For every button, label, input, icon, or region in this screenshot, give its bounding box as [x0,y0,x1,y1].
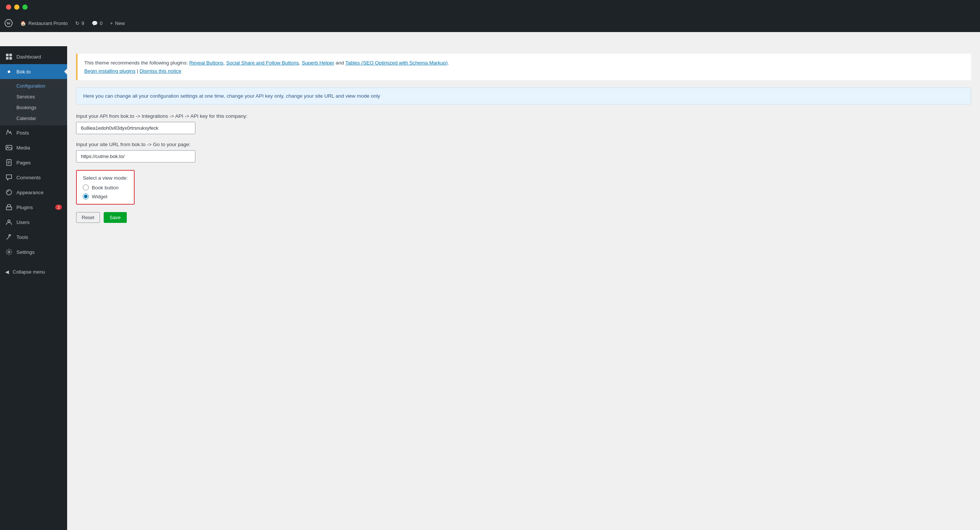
collapse-label: Collapse menu [13,269,45,275]
widget-label: Widget [92,194,107,199]
bokto-icon: ● [5,68,13,75]
sidebar-item-posts[interactable]: Posts [0,125,67,140]
svg-point-12 [6,190,11,195]
social-share-link[interactable]: Social Share and Follow Buttons [226,60,299,66]
updates-icon: ↻ [75,21,80,26]
layout: Dashboard ● Bok.to Configuration Service… [0,46,980,530]
appearance-icon [5,189,13,196]
plus-icon: + [110,21,113,26]
api-key-input[interactable] [76,122,196,134]
submenu-item-configuration[interactable]: Configuration [0,81,67,91]
svg-rect-2 [6,54,9,56]
sidebar-item-label: Dashboard [16,54,41,60]
begin-installing-link[interactable]: Begin installing plugins [84,68,135,74]
comments-count: 0 [100,21,103,26]
api-key-section: Input your API from bok.to -> Integratio… [76,113,971,134]
wordpress-icon: W [5,19,13,27]
traffic-lights [6,5,28,10]
book-button-radio[interactable] [83,184,89,190]
sidebar-item-label: Posts [16,130,29,136]
titlebar [0,0,980,14]
book-button-label: Book button [92,185,119,190]
info-text: Here you can change all your configurati… [83,93,380,99]
updates-item[interactable]: ↻ 9 [75,21,84,26]
comments-sidebar-icon [5,174,13,181]
plugin-notice: This theme recommends the following plug… [76,54,971,80]
new-item[interactable]: + New [110,21,125,26]
sidebar-item-label: Pages [16,160,30,165]
sidebar-item-users[interactable]: Users [0,215,67,230]
info-box: Here you can change all your configurati… [76,87,971,104]
main-content: This theme recommends the following plug… [67,46,980,530]
pages-icon [5,159,13,166]
sidebar-item-label: Comments [16,175,41,180]
sidebar-submenu: Configuration Services Bookings Calendar [0,79,67,125]
media-icon [5,144,13,151]
new-label: New [115,21,125,26]
tables-link[interactable]: Tables (SEO Optimized with Schema Markup… [345,60,448,66]
svg-rect-3 [10,54,12,56]
sidebar-item-media[interactable]: Media [0,140,67,155]
sidebar-item-tools[interactable]: Tools [0,230,67,244]
updates-count: 9 [82,21,84,26]
posts-icon [5,129,13,136]
sidebar-item-label: Plugins [16,205,33,210]
site-url-input[interactable] [76,150,196,162]
sidebar-item-label: Tools [16,235,28,240]
sidebar-item-label: Media [16,145,30,151]
svg-rect-13 [8,205,10,207]
form-buttons: Reset Save [76,212,971,223]
view-mode-radio-group: Book button Widget [83,184,128,199]
submenu-item-bookings[interactable]: Bookings [0,102,67,113]
tools-icon [5,233,13,241]
book-button-option[interactable]: Book button [83,184,128,190]
widget-radio[interactable] [83,194,89,199]
settings-icon [5,248,13,255]
view-mode-box: Select a view mode: Book button Widget [76,170,135,205]
reveal-buttons-link[interactable]: Reveal Buttons [189,60,223,66]
save-button[interactable]: Save [103,212,127,223]
collapse-icon: ◀ [5,269,9,275]
api-key-label: Input your API from bok.to -> Integratio… [76,113,971,119]
sidebar: Dashboard ● Bok.to Configuration Service… [0,46,67,530]
sidebar-item-plugins[interactable]: Plugins 2 [0,200,67,215]
plugins-badge: 2 [55,205,62,210]
sidebar-arrow [64,68,67,75]
sidebar-item-dashboard[interactable]: Dashboard [0,49,67,64]
site-name-item[interactable]: 🏠 Restaurant Pronto [20,21,68,26]
svg-point-14 [8,220,10,222]
reset-button[interactable]: Reset [76,212,100,223]
site-name: Restaurant Pronto [28,21,68,26]
site-url-label: Input your site URL from bok.to -> Go to… [76,142,971,147]
comments-icon: 💬 [92,21,98,26]
dashboard-icon [5,53,13,60]
collapse-menu[interactable]: ◀ Collapse menu [0,265,67,278]
admin-bar: W 🏠 Restaurant Pronto ↻ 9 💬 0 + New [0,14,980,32]
close-button[interactable] [6,5,11,10]
users-icon [5,218,13,226]
sidebar-item-appearance[interactable]: Appearance [0,185,67,200]
sidebar-item-pages[interactable]: Pages [0,155,67,170]
submenu-item-calendar[interactable]: Calendar [0,113,67,124]
wp-logo-item[interactable]: W [5,19,13,27]
view-mode-title: Select a view mode: [83,175,128,181]
plugins-icon [5,203,13,211]
sidebar-item-label: Users [16,219,29,225]
submenu-item-services[interactable]: Services [0,91,67,102]
sidebar-item-label: Settings [16,249,35,255]
sidebar-item-comments[interactable]: Comments [0,170,67,185]
svg-rect-5 [10,57,12,60]
dismiss-notice-link[interactable]: Dismiss this notice [140,68,181,74]
sidebar-item-settings[interactable]: Settings [0,244,67,259]
sidebar-item-label: Bok.to [16,69,30,75]
svg-point-15 [8,251,10,253]
home-icon: 🏠 [20,21,26,26]
svg-text:W: W [7,21,11,25]
widget-option[interactable]: Widget [83,194,128,199]
superb-helper-link[interactable]: Superb Helper [302,60,334,66]
fullscreen-button[interactable] [22,5,28,10]
sidebar-item-bokto[interactable]: ● Bok.to [0,64,67,79]
comments-item[interactable]: 💬 0 [92,21,103,26]
sidebar-item-label: Appearance [16,190,44,195]
minimize-button[interactable] [14,5,19,10]
